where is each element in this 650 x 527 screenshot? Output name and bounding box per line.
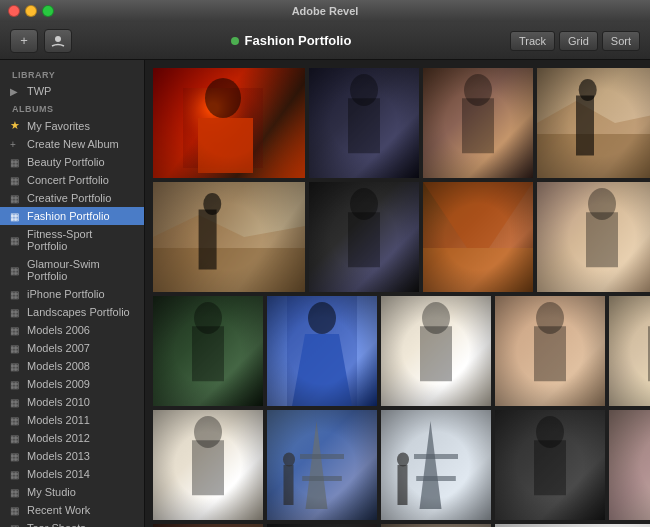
photo-canvas bbox=[423, 68, 533, 178]
sidebar-item-label: Models 2012 bbox=[27, 432, 90, 444]
photo-canvas bbox=[495, 410, 605, 520]
sidebar-item-tear-sheets[interactable]: ▦ Tear Sheets bbox=[0, 519, 144, 527]
sidebar-item-glamour-swim[interactable]: ▦ Glamour-Swim Portfolio bbox=[0, 255, 144, 285]
album-icon: ▦ bbox=[10, 193, 22, 204]
photo-thumbnail[interactable] bbox=[381, 410, 491, 520]
photo-thumbnail[interactable] bbox=[423, 68, 533, 178]
photo-thumbnail[interactable] bbox=[267, 296, 377, 406]
sidebar-item-models-2012[interactable]: ▦ Models 2012 bbox=[0, 429, 144, 447]
album-icon: ▦ bbox=[10, 175, 22, 186]
sidebar-item-label: Beauty Portfolio bbox=[27, 156, 105, 168]
minimize-button[interactable] bbox=[25, 5, 37, 17]
photo-canvas bbox=[153, 182, 305, 292]
album-title-area: Fashion Portfolio bbox=[78, 33, 504, 48]
album-icon: ▦ bbox=[10, 505, 22, 516]
photo-thumbnail[interactable] bbox=[153, 182, 305, 292]
photo-row bbox=[153, 68, 642, 178]
photo-thumbnail[interactable] bbox=[267, 410, 377, 520]
sidebar-item-label: Create New Album bbox=[27, 138, 119, 150]
sidebar-item-label: Fashion Portfolio bbox=[27, 210, 110, 222]
sidebar: LIBRARY ▶ TWP ALBUMS ★ My Favorites + Cr… bbox=[0, 60, 145, 527]
sidebar-item-label: Models 2009 bbox=[27, 378, 90, 390]
sidebar-item-label: Recent Work bbox=[27, 504, 90, 516]
window-controls bbox=[8, 5, 54, 17]
sidebar-item-label: My Favorites bbox=[27, 120, 90, 132]
close-button[interactable] bbox=[8, 5, 20, 17]
photo-canvas bbox=[537, 68, 650, 178]
album-icon: ▦ bbox=[10, 235, 22, 246]
sidebar-item-my-studio[interactable]: ▦ My Studio bbox=[0, 483, 144, 501]
photo-thumbnail[interactable] bbox=[537, 68, 650, 178]
title-bar: Adobe Revel bbox=[0, 0, 650, 22]
sidebar-item-label: Models 2011 bbox=[27, 414, 90, 426]
sidebar-item-landscapes[interactable]: ▦ Landscapes Portfolio bbox=[0, 303, 144, 321]
star-icon: ★ bbox=[10, 119, 22, 132]
album-icon: ▦ bbox=[10, 469, 22, 480]
sidebar-item-concert-portfolio[interactable]: ▦ Concert Portfolio bbox=[0, 171, 144, 189]
maximize-button[interactable] bbox=[42, 5, 54, 17]
album-icon: ▦ bbox=[10, 343, 22, 354]
photo-canvas bbox=[309, 182, 419, 292]
photo-thumbnail[interactable] bbox=[495, 296, 605, 406]
photo-canvas bbox=[423, 182, 533, 292]
sidebar-item-my-favorites[interactable]: ★ My Favorites bbox=[0, 116, 144, 135]
grid-view-button[interactable]: Grid bbox=[559, 31, 598, 51]
sidebar-item-models-2011[interactable]: ▦ Models 2011 bbox=[0, 411, 144, 429]
photo-thumbnail[interactable] bbox=[537, 182, 650, 292]
album-icon: ▦ bbox=[10, 325, 22, 336]
sidebar-item-fashion-portfolio[interactable]: ▦ Fashion Portfolio bbox=[0, 207, 144, 225]
photo-thumbnail[interactable] bbox=[309, 182, 419, 292]
sidebar-item-iphone-portfolio[interactable]: ▦ iPhone Portfolio bbox=[0, 285, 144, 303]
album-icon: ▦ bbox=[10, 361, 22, 372]
photo-row bbox=[153, 182, 642, 292]
status-dot bbox=[231, 37, 239, 45]
album-icon: ▦ bbox=[10, 397, 22, 408]
album-icon: ▦ bbox=[10, 523, 22, 528]
sidebar-item-label: Glamour-Swim Portfolio bbox=[27, 258, 134, 282]
sidebar-item-twp[interactable]: ▶ TWP bbox=[0, 82, 144, 100]
sidebar-item-models-2010[interactable]: ▦ Models 2010 bbox=[0, 393, 144, 411]
sidebar-item-creative-portfolio[interactable]: ▦ Creative Portfolio bbox=[0, 189, 144, 207]
album-icon: ▦ bbox=[10, 289, 22, 300]
album-icon: ▦ bbox=[10, 211, 22, 222]
sidebar-item-label: Creative Portfolio bbox=[27, 192, 111, 204]
sidebar-item-models-2009[interactable]: ▦ Models 2009 bbox=[0, 375, 144, 393]
photo-canvas bbox=[153, 410, 263, 520]
album-icon: ▦ bbox=[10, 307, 22, 318]
sidebar-item-create-new-album[interactable]: + Create New Album bbox=[0, 135, 144, 153]
photo-canvas bbox=[153, 296, 263, 406]
photo-thumbnail[interactable] bbox=[153, 296, 263, 406]
sidebar-item-models-2013[interactable]: ▦ Models 2013 bbox=[0, 447, 144, 465]
library-icon: ▶ bbox=[10, 86, 22, 97]
sidebar-item-models-2007[interactable]: ▦ Models 2007 bbox=[0, 339, 144, 357]
photo-canvas bbox=[609, 296, 650, 406]
window-title: Adobe Revel bbox=[292, 5, 359, 17]
sidebar-item-label: Landscapes Portfolio bbox=[27, 306, 130, 318]
photo-thumbnail[interactable] bbox=[609, 296, 650, 406]
sidebar-item-label: Models 2014 bbox=[27, 468, 90, 480]
album-icon: ▦ bbox=[10, 487, 22, 498]
sidebar-item-models-2014[interactable]: ▦ Models 2014 bbox=[0, 465, 144, 483]
sidebar-item-recent-work[interactable]: ▦ Recent Work bbox=[0, 501, 144, 519]
photo-thumbnail[interactable] bbox=[495, 410, 605, 520]
photo-thumbnail[interactable] bbox=[609, 410, 650, 520]
sidebar-item-models-2008[interactable]: ▦ Models 2008 bbox=[0, 357, 144, 375]
sidebar-item-label: Models 2013 bbox=[27, 450, 90, 462]
albums-section-label: ALBUMS bbox=[0, 100, 144, 116]
add-photo-button[interactable]: + bbox=[10, 29, 38, 53]
add-person-button[interactable] bbox=[44, 29, 72, 53]
photo-thumbnail[interactable] bbox=[381, 296, 491, 406]
sidebar-item-fitness-sport[interactable]: ▦ Fitness-Sport Portfolio bbox=[0, 225, 144, 255]
sort-button[interactable]: Sort bbox=[602, 31, 640, 51]
photo-canvas bbox=[267, 296, 377, 406]
photo-thumbnail[interactable] bbox=[309, 68, 419, 178]
photo-thumbnail[interactable] bbox=[153, 68, 305, 178]
sidebar-item-label: My Studio bbox=[27, 486, 76, 498]
sidebar-item-beauty-portfolio[interactable]: ▦ Beauty Portfolio bbox=[0, 153, 144, 171]
sidebar-item-models-2006[interactable]: ▦ Models 2006 bbox=[0, 321, 144, 339]
photo-thumbnail[interactable] bbox=[423, 182, 533, 292]
sidebar-item-label: Models 2006 bbox=[27, 324, 90, 336]
photo-canvas bbox=[309, 68, 419, 178]
photo-thumbnail[interactable] bbox=[153, 410, 263, 520]
track-view-button[interactable]: Track bbox=[510, 31, 555, 51]
